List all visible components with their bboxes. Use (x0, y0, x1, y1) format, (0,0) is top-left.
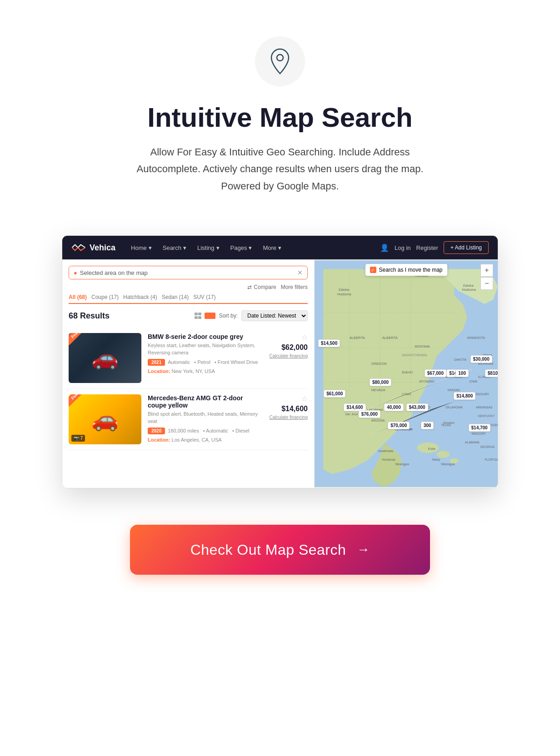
search-as-move-label: Search as I move the map (379, 267, 442, 273)
car-tags: 2020 180,000 miles • Automatic • Diesel (148, 428, 263, 434)
wishlist-button[interactable]: ☆ (301, 333, 308, 342)
tab-hatchback[interactable]: Hatchback (4) (123, 294, 157, 300)
add-listing-button[interactable]: + Add Listing (444, 241, 489, 254)
results-header: 68 Results Sort by: Date Listed: Newe (69, 310, 308, 321)
search-as-move-toggle[interactable]: ✓ Search as I move the map (365, 264, 447, 276)
calculate-financing-link[interactable]: Calculate financing (270, 415, 308, 420)
navbar: Vehica Home ▾ Search ▾ Listing ▾ Pages ▾… (62, 236, 498, 259)
view-toggle[interactable] (195, 313, 215, 319)
nav-search[interactable]: Search ▾ (158, 242, 191, 254)
svg-text:MISSOURI: MISSOURI (471, 393, 489, 397)
nav-home[interactable]: Home ▾ (126, 242, 156, 254)
svg-text:Honduras: Honduras (382, 458, 396, 462)
browser-mockup: Vehica Home ▾ Search ▾ Listing ▾ Pages ▾… (62, 235, 498, 488)
svg-text:ARIZONA: ARIZONA (371, 419, 385, 422)
hero-title: Intuitive Map Search (147, 103, 412, 133)
car-silhouette-icon: 🚗 (91, 407, 119, 432)
more-filters-button[interactable]: More filters (281, 284, 308, 290)
search-as-move-checkbox[interactable]: ✓ (370, 267, 376, 273)
svg-text:COLORADO: COLORADO (410, 405, 430, 409)
svg-text:ALBERTA: ALBERTA (382, 336, 398, 340)
compare-button[interactable]: ⇄ Compare (247, 284, 276, 290)
cta-section: Check Out Map Search → (0, 516, 560, 611)
photo-count: 📷 7 (71, 435, 85, 442)
svg-text:FLORYDA: FLORYDA (485, 458, 498, 462)
chevron-down-icon: ▾ (149, 244, 152, 251)
svg-text:Kuba: Kuba (428, 448, 435, 451)
tab-sedan[interactable]: Sedan (14) (162, 294, 189, 300)
chevron-down-icon: ▾ (278, 244, 281, 251)
results-count: 68 Results (69, 311, 110, 321)
nav-pages[interactable]: Pages ▾ (226, 242, 257, 254)
location-dot-icon: ● (74, 269, 77, 276)
zoom-out-button[interactable]: − (480, 277, 493, 290)
svg-text:SASKATCHEWAN: SASKATCHEWAN (402, 353, 427, 357)
nav-listing[interactable]: Listing ▾ (193, 242, 224, 254)
zoom-in-button[interactable]: + (480, 264, 493, 277)
year-badge: 2020 (148, 428, 165, 434)
tabs-row: All (68) Coupe (17) Hatchback (4) Sedan … (69, 294, 308, 304)
car-price: $62,000 (281, 343, 308, 352)
svg-text:TEXAS: TEXAS (441, 423, 451, 427)
svg-text:Zatoka: Zatoka (463, 284, 474, 288)
svg-text:OREGON: OREGON (371, 362, 387, 366)
svg-text:Marty: Marty (432, 458, 440, 462)
car-name: Mercedes-Benz AMG GT 2-door coupe yellow (148, 394, 263, 409)
car-price: $14,600 (281, 405, 308, 413)
tab-coupe[interactable]: Coupe (17) (91, 294, 119, 300)
car-location: Location: New York, NY, USA (148, 368, 263, 374)
location-icon-wrap (255, 36, 305, 86)
car-features: Keyless start, Leather seats, Navigation… (148, 342, 263, 356)
filter-row: ⇄ Compare More filters (69, 284, 308, 290)
svg-text:Zatoka: Zatoka (339, 288, 350, 292)
svg-text:Nikaragua: Nikaragua (395, 463, 410, 466)
svg-text:Zjednoczone: Zjednoczone (395, 428, 413, 431)
nav-more[interactable]: More ▾ (258, 242, 286, 254)
svg-text:DAKOTA: DAKOTA (454, 358, 467, 361)
navbar-logo: Vehica (71, 243, 115, 253)
login-link[interactable]: Log in (395, 244, 410, 251)
sort-label: Sort by: (219, 313, 238, 319)
chevron-down-icon: ▾ (183, 244, 186, 251)
clear-search-button[interactable]: ✕ (297, 269, 303, 276)
car-card-bmw: 🚗 Featured BMW 8-serie 2-door coupe grey… (69, 328, 308, 389)
search-bar[interactable]: ● Selected area on the map ✕ (69, 266, 308, 279)
svg-text:MISSISIPI: MISSISIPI (471, 432, 485, 435)
svg-text:ARKANSAS: ARKANSAS (476, 406, 493, 409)
svg-text:Nikaragua: Nikaragua (441, 463, 455, 466)
tab-all[interactable]: All (68) (69, 294, 87, 300)
register-link[interactable]: Register (416, 244, 438, 251)
car-image-mercedes: 🚗 Featured 📷 7 (69, 394, 141, 444)
car-silhouette-icon: 🚗 (91, 345, 119, 371)
svg-text:IDAHO: IDAHO (402, 371, 413, 375)
map-controls: + − (480, 264, 493, 290)
svg-text:Hudsona: Hudsona (462, 288, 476, 292)
car-price-wrap: ☆ $14,600 Calculate financing (270, 394, 308, 444)
sort-row: Sort by: Date Listed: Newest Price: Low … (195, 310, 308, 321)
svg-text:San Jose: San Jose (345, 413, 358, 416)
user-icon: 👤 (380, 244, 389, 252)
svg-text:KENTUCKY: KENTUCKY (478, 415, 495, 418)
svg-text:OKLAHOMA: OKLAHOMA (445, 406, 463, 409)
svg-text:Las Vegas: Las Vegas (367, 408, 383, 412)
svg-text:ILLINOIS: ILLINOIS (478, 375, 491, 378)
svg-text:MINNESOTA: MINNESOTA (467, 336, 485, 339)
search-input-value: Selected area on the map (80, 269, 295, 276)
location-pin-icon (269, 48, 291, 75)
car-features: Blind spot alert, Bluetooth, Heated seat… (148, 411, 263, 425)
car-location: Location: Los Angeles, CA, USA (148, 437, 263, 443)
wishlist-button[interactable]: ☆ (301, 394, 308, 403)
map-container[interactable]: Kanada OREGON IDAHO NEVADA UTAH Las Vega… (315, 259, 498, 488)
svg-text:NEVADA: NEVADA (371, 388, 386, 392)
grid-view-icon (195, 313, 203, 319)
navbar-nav: Home ▾ Search ▾ Listing ▾ Pages ▾ More ▾ (126, 242, 369, 254)
tab-suv[interactable]: SUV (17) (193, 294, 215, 300)
car-info-bmw: BMW 8-serie 2-door coupe grey Keyless st… (148, 333, 263, 383)
sort-select[interactable]: Date Listed: Newest Price: Low to High P… (241, 310, 308, 321)
svg-text:Gwatemala: Gwatemala (378, 449, 393, 453)
list-view-icon (205, 313, 215, 319)
left-panel: ● Selected area on the map ✕ ⇄ Compare M… (62, 259, 315, 488)
calculate-financing-link[interactable]: Calculate financing (270, 353, 308, 358)
svg-point-3 (437, 451, 450, 458)
cta-button[interactable]: Check Out Map Search → (130, 525, 430, 575)
